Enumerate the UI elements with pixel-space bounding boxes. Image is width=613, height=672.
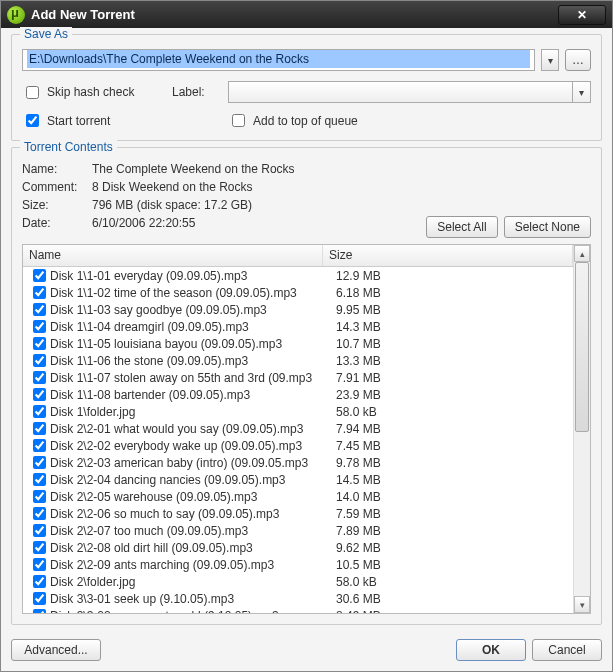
file-row[interactable]: Disk 1\1-05 louisiana bayou (09.09.05).m…: [23, 335, 573, 352]
file-checkbox[interactable]: [33, 524, 46, 537]
file-size: 7.59 MB: [330, 507, 573, 521]
save-path-dropdown-button[interactable]: ▾: [541, 49, 559, 71]
column-header-name[interactable]: Name: [23, 245, 323, 266]
file-row[interactable]: Disk 1\1-06 the stone (09.09.05).mp313.3…: [23, 352, 573, 369]
file-checkbox[interactable]: [33, 320, 46, 333]
scroll-thumb[interactable]: [575, 262, 589, 432]
file-row[interactable]: Disk 2\2-06 so much to say (09.09.05).mp…: [23, 505, 573, 522]
file-row[interactable]: Disk 2\2-07 too much (09.09.05).mp37.89 …: [23, 522, 573, 539]
file-checkbox[interactable]: [33, 592, 46, 605]
file-checkbox[interactable]: [33, 286, 46, 299]
file-size: 7.94 MB: [330, 422, 573, 436]
skip-hash-checkbox[interactable]: Skip hash check: [22, 83, 172, 102]
file-checkbox[interactable]: [33, 456, 46, 469]
meta-date-key: Date:: [22, 216, 92, 238]
start-torrent-input[interactable]: [26, 114, 39, 127]
file-checkbox[interactable]: [33, 388, 46, 401]
file-row[interactable]: Disk 2\2-09 ants marching (09.09.05).mp3…: [23, 556, 573, 573]
file-name: Disk 1\folder.jpg: [50, 405, 330, 419]
file-row[interactable]: Disk 2\2-02 everybody wake up (09.09.05)…: [23, 437, 573, 454]
add-top-label: Add to top of queue: [253, 114, 358, 128]
file-size: 7.89 MB: [330, 524, 573, 538]
select-all-button[interactable]: Select All: [426, 216, 497, 238]
add-torrent-dialog: Add New Torrent ✕ Save As ▾ …: [0, 0, 613, 672]
file-checkbox[interactable]: [33, 354, 46, 367]
file-row[interactable]: Disk 1\1-03 say goodbye (09.09.05).mp39.…: [23, 301, 573, 318]
start-torrent-checkbox[interactable]: Start torrent: [22, 111, 172, 130]
browse-button[interactable]: …: [565, 49, 591, 71]
label-caption: Label:: [172, 85, 228, 99]
file-checkbox[interactable]: [33, 490, 46, 503]
torrent-meta: Name: The Complete Weekend on the Rocks …: [22, 162, 591, 238]
scroll-down-button[interactable]: ▾: [574, 596, 590, 613]
file-name: Disk 1\1-03 say goodbye (09.09.05).mp3: [50, 303, 330, 317]
file-checkbox[interactable]: [33, 269, 46, 282]
file-row[interactable]: Disk 2\2-03 american baby (intro) (09.09…: [23, 454, 573, 471]
add-top-input[interactable]: [232, 114, 245, 127]
scroll-up-button[interactable]: ▴: [574, 245, 590, 262]
skip-hash-input[interactable]: [26, 86, 39, 99]
file-row[interactable]: Disk 1\1-04 dreamgirl (09.09.05).mp314.3…: [23, 318, 573, 335]
skip-hash-label: Skip hash check: [47, 85, 134, 99]
file-checkbox[interactable]: [33, 405, 46, 418]
file-checkbox[interactable]: [33, 507, 46, 520]
file-checkbox[interactable]: [33, 541, 46, 554]
start-torrent-label: Start torrent: [47, 114, 110, 128]
file-row[interactable]: Disk 2\2-05 warehouse (09.09.05).mp314.0…: [23, 488, 573, 505]
file-checkbox[interactable]: [33, 473, 46, 486]
scroll-track[interactable]: [574, 262, 590, 596]
meta-comment-key: Comment:: [22, 180, 92, 194]
file-row[interactable]: Disk 2\2-04 dancing nancies (09.09.05).m…: [23, 471, 573, 488]
titlebar: Add New Torrent ✕: [1, 1, 612, 28]
file-name: Disk 2\2-05 warehouse (09.09.05).mp3: [50, 490, 330, 504]
file-row[interactable]: Disk 1\1-02 time of the season (09.09.05…: [23, 284, 573, 301]
file-name: Disk 1\1-01 everyday (09.09.05).mp3: [50, 269, 330, 283]
file-name: Disk 2\2-09 ants marching (09.09.05).mp3: [50, 558, 330, 572]
file-row[interactable]: Disk 1\1-07 stolen away on 55th and 3rd …: [23, 369, 573, 386]
file-size: 7.45 MB: [330, 439, 573, 453]
file-row[interactable]: Disk 2\2-01 what would you say (09.09.05…: [23, 420, 573, 437]
select-none-button[interactable]: Select None: [504, 216, 591, 238]
file-size: 9.78 MB: [330, 456, 573, 470]
file-checkbox[interactable]: [33, 337, 46, 350]
dialog-footer: Advanced... OK Cancel: [11, 631, 602, 661]
close-button[interactable]: ✕: [558, 5, 606, 25]
advanced-button[interactable]: Advanced...: [11, 639, 101, 661]
save-as-label: Save As: [20, 27, 72, 41]
file-checkbox[interactable]: [33, 575, 46, 588]
file-list-header: Name Size: [23, 245, 573, 267]
file-list-body: Disk 1\1-01 everyday (09.09.05).mp312.9 …: [23, 267, 573, 613]
file-size: 10.5 MB: [330, 558, 573, 572]
file-checkbox[interactable]: [33, 371, 46, 384]
file-checkbox[interactable]: [33, 439, 46, 452]
torrent-contents-label: Torrent Contents: [20, 140, 117, 154]
file-size: 58.0 kB: [330, 575, 573, 589]
file-checkbox[interactable]: [33, 558, 46, 571]
file-row[interactable]: Disk 3\3-01 seek up (9.10.05).mp330.6 MB: [23, 590, 573, 607]
file-checkbox[interactable]: [33, 422, 46, 435]
file-checkbox[interactable]: [33, 609, 46, 613]
add-top-checkbox[interactable]: Add to top of queue: [228, 111, 591, 130]
file-size: 14.3 MB: [330, 320, 573, 334]
file-size: 14.0 MB: [330, 490, 573, 504]
label-select[interactable]: ▾: [228, 81, 591, 103]
file-name: Disk 3\3-02 one sweet world (9.10.05).mp…: [50, 609, 330, 614]
file-row[interactable]: Disk 2\folder.jpg58.0 kB: [23, 573, 573, 590]
file-row[interactable]: Disk 2\2-08 old dirt hill (09.09.05).mp3…: [23, 539, 573, 556]
cancel-button[interactable]: Cancel: [532, 639, 602, 661]
ok-button[interactable]: OK: [456, 639, 526, 661]
file-row[interactable]: Disk 3\3-02 one sweet world (9.10.05).mp…: [23, 607, 573, 613]
save-path-field[interactable]: [22, 49, 535, 71]
save-path-input[interactable]: [27, 50, 530, 68]
file-size: 58.0 kB: [330, 405, 573, 419]
file-checkbox[interactable]: [33, 303, 46, 316]
file-name: Disk 2\2-06 so much to say (09.09.05).mp…: [50, 507, 330, 521]
file-row[interactable]: Disk 1\folder.jpg58.0 kB: [23, 403, 573, 420]
file-row[interactable]: Disk 1\1-01 everyday (09.09.05).mp312.9 …: [23, 267, 573, 284]
scrollbar[interactable]: ▴ ▾: [573, 245, 590, 613]
file-row[interactable]: Disk 1\1-08 bartender (09.09.05).mp323.9…: [23, 386, 573, 403]
file-name: Disk 1\1-05 louisiana bayou (09.09.05).m…: [50, 337, 330, 351]
column-header-size[interactable]: Size: [323, 245, 573, 266]
file-size: 9.95 MB: [330, 303, 573, 317]
meta-date-value: 6/10/2006 22:20:55: [92, 216, 426, 238]
